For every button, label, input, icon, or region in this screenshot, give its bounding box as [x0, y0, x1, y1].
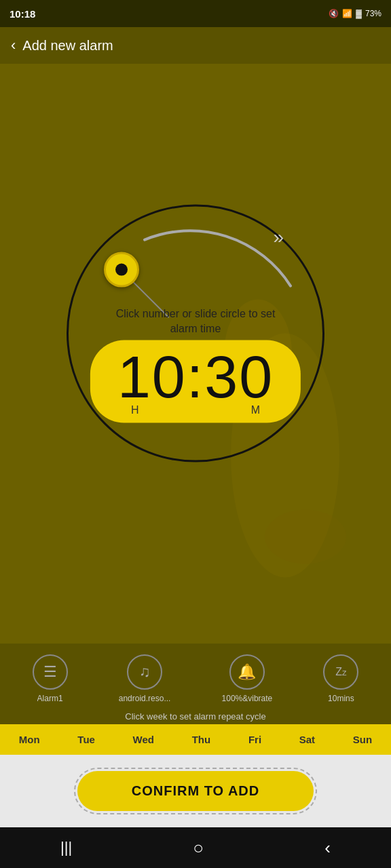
nav-menu-icon[interactable]: ||| [60, 839, 72, 856]
signal-icon: ▓ [356, 9, 362, 18]
ringtone-control[interactable]: ♫ android.reso... [119, 654, 171, 703]
snooze-icon[interactable]: Zz [323, 654, 358, 690]
skip-forward-arrows[interactable]: » [273, 226, 284, 248]
repeat-hint: Click week to set alarm repeat cycle [0, 706, 391, 724]
day-sun[interactable]: Sun [349, 731, 376, 748]
nav-bar: ||| ○ ‹ [0, 827, 391, 868]
battery-level: 73% [365, 9, 381, 18]
day-fri[interactable]: Fri [244, 731, 265, 748]
confirm-add-button[interactable]: CONFIRM TO ADD [77, 771, 314, 811]
day-sat[interactable]: Sat [295, 731, 319, 748]
alarm-name-icon[interactable]: ☰ [33, 654, 68, 690]
hour-label: H [131, 403, 139, 416]
mute-icon: 🔇 [329, 9, 339, 18]
clock-container[interactable]: » Click number or slide circle to set al… [67, 204, 324, 462]
volume-label: 100%&vibrate [222, 694, 273, 703]
status-bar: 10:18 🔇 📶 ▓ 73% [0, 0, 391, 27]
status-icons: 🔇 📶 ▓ 73% [329, 9, 381, 18]
ringtone-icon[interactable]: ♫ [127, 654, 162, 690]
volume-control[interactable]: 🔔 100%&vibrate [222, 654, 273, 703]
time-display[interactable]: 10:30 H M [90, 340, 301, 422]
page-title: Add new alarm [22, 38, 113, 54]
wifi-icon: 📶 [342, 9, 352, 18]
day-tue[interactable]: Tue [73, 731, 99, 748]
day-mon[interactable]: Mon [15, 731, 44, 748]
snooze-control[interactable]: Zz 10mins [323, 654, 358, 703]
day-selector[interactable]: Mon Tue Wed Thu Fri Sat Sun [0, 724, 391, 755]
time-value: 10:30 [117, 347, 274, 406]
clock-drag-handle[interactable] [104, 252, 139, 287]
app-header: ‹ Add new alarm [0, 27, 391, 64]
confirm-area: CONFIRM TO ADD [0, 755, 391, 827]
ringtone-label: android.reso... [119, 694, 171, 703]
snooze-label: 10mins [328, 694, 354, 703]
nav-back-icon[interactable]: ‹ [324, 837, 331, 859]
alarm-name-label: Alarm1 [37, 694, 63, 703]
day-wed[interactable]: Wed [129, 731, 158, 748]
controls-row: ☰ Alarm1 ♫ android.reso... 🔔 100%&vibrat… [0, 644, 391, 706]
instruction-text: Click number or slide circle to set alar… [114, 306, 277, 336]
volume-icon[interactable]: 🔔 [229, 654, 265, 690]
nav-home-icon[interactable]: ○ [193, 837, 204, 859]
svg-point-2 [265, 510, 346, 564]
bottom-panel: ☰ Alarm1 ♫ android.reso... 🔔 100%&vibrat… [0, 644, 391, 755]
minute-label: M [251, 403, 260, 416]
back-button[interactable]: ‹ [11, 37, 16, 54]
drag-handle-inner [115, 263, 128, 275]
day-thu[interactable]: Thu [188, 731, 215, 748]
alarm-name-control[interactable]: ☰ Alarm1 [33, 654, 68, 703]
main-content: » Click number or slide circle to set al… [0, 64, 391, 644]
status-time: 10:18 [10, 8, 35, 20]
minutes-display[interactable]: 30 [204, 342, 274, 410]
hours-display[interactable]: 10 [117, 342, 187, 410]
time-separator: : [187, 342, 204, 410]
